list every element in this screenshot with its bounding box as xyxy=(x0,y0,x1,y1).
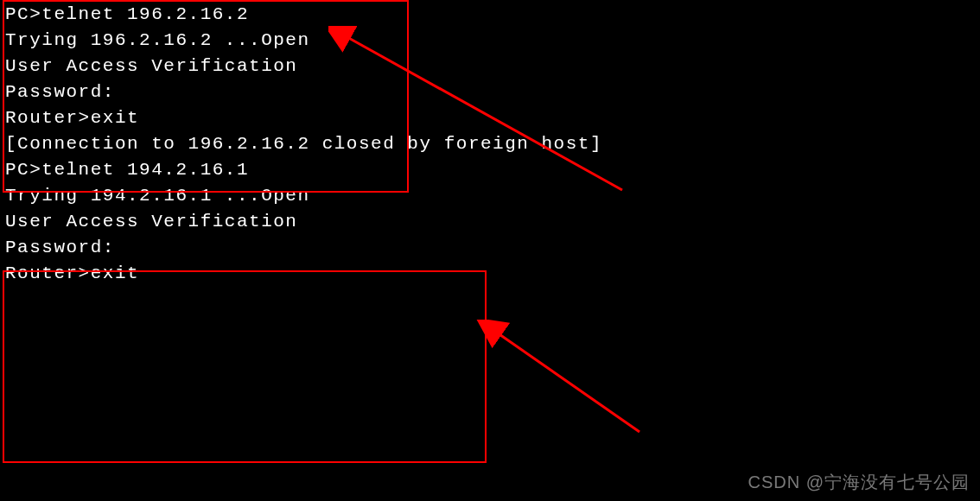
terminal-line: PC>telnet 196.2.16.2 xyxy=(5,2,975,28)
terminal-line: PC>telnet 194.2.16.1 xyxy=(5,157,975,183)
annotation-arrow-2 xyxy=(441,320,657,449)
terminal-line: User Access Verification xyxy=(5,54,975,79)
terminal-line: Trying 196.2.16.2 ...Open xyxy=(5,28,975,54)
terminal-output[interactable]: PC>telnet 196.2.16.2 Trying 196.2.16.2 .… xyxy=(0,0,980,289)
annotation-box-2 xyxy=(3,270,487,463)
terminal-line: Password: xyxy=(5,235,975,261)
terminal-line: User Access Verification xyxy=(5,209,975,235)
svg-line-1 xyxy=(497,333,640,432)
terminal-line: Router>exit xyxy=(5,261,975,287)
watermark-text: CSDN @宁海没有七号公园 xyxy=(748,471,970,494)
terminal-line: Router>exit xyxy=(5,105,975,131)
terminal-line: Password: xyxy=(5,79,975,105)
terminal-line: [Connection to 196.2.16.2 closed by fore… xyxy=(5,131,975,157)
terminal-line: Trying 194.2.16.1 ...Open xyxy=(5,183,975,209)
